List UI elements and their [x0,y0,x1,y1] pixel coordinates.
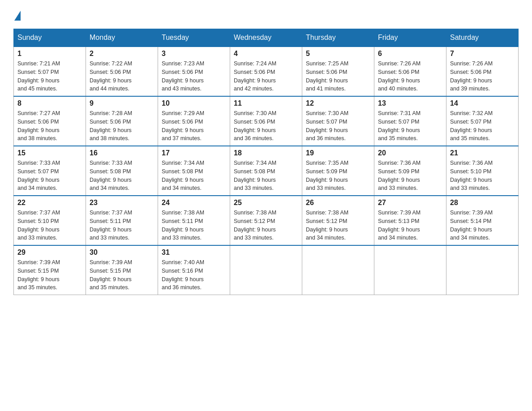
day-info: Sunrise: 7:34 AM Sunset: 5:08 PM Dayligh… [162,159,226,193]
day-number: 9 [90,99,154,107]
day-info: Sunrise: 7:26 AM Sunset: 5:06 PM Dayligh… [450,60,515,93]
calendar-cell [230,245,302,295]
calendar-cell: 28 Sunrise: 7:39 AM Sunset: 5:14 PM Dayl… [446,196,519,245]
day-number: 7 [450,50,515,58]
calendar-cell: 29 Sunrise: 7:39 AM Sunset: 5:15 PM Dayl… [14,245,86,295]
logo-triangle-icon [14,11,21,21]
day-info: Sunrise: 7:22 AM Sunset: 5:06 PM Dayligh… [90,60,154,93]
day-number: 16 [90,149,154,157]
day-info: Sunrise: 7:26 AM Sunset: 5:06 PM Dayligh… [378,60,442,93]
calendar-cell: 13 Sunrise: 7:31 AM Sunset: 5:07 PM Dayl… [374,96,446,146]
day-info: Sunrise: 7:29 AM Sunset: 5:06 PM Dayligh… [162,109,226,143]
day-number: 2 [90,50,154,58]
day-number: 8 [17,99,82,107]
calendar-cell: 30 Sunrise: 7:39 AM Sunset: 5:15 PM Dayl… [86,245,158,295]
day-info: Sunrise: 7:27 AM Sunset: 5:06 PM Dayligh… [17,109,82,143]
day-number: 1 [17,50,82,58]
day-info: Sunrise: 7:37 AM Sunset: 5:11 PM Dayligh… [90,209,154,242]
day-info: Sunrise: 7:39 AM Sunset: 5:15 PM Dayligh… [17,258,82,292]
header-row: SundayMondayTuesdayWednesdayThursdayFrid… [14,29,519,47]
day-info: Sunrise: 7:38 AM Sunset: 5:11 PM Dayligh… [162,209,226,242]
day-info: Sunrise: 7:30 AM Sunset: 5:06 PM Dayligh… [234,109,298,143]
calendar-cell: 14 Sunrise: 7:32 AM Sunset: 5:07 PM Dayl… [446,96,519,146]
week-row-5: 29 Sunrise: 7:39 AM Sunset: 5:15 PM Dayl… [14,245,519,295]
day-number: 11 [234,99,298,107]
calendar-cell: 23 Sunrise: 7:37 AM Sunset: 5:11 PM Dayl… [86,196,158,245]
calendar-cell: 24 Sunrise: 7:38 AM Sunset: 5:11 PM Dayl… [158,196,230,245]
calendar-cell: 9 Sunrise: 7:28 AM Sunset: 5:06 PM Dayli… [86,96,158,146]
calendar-cell: 18 Sunrise: 7:34 AM Sunset: 5:08 PM Dayl… [230,146,302,196]
calendar-cell: 25 Sunrise: 7:38 AM Sunset: 5:12 PM Dayl… [230,196,302,245]
calendar-cell: 4 Sunrise: 7:24 AM Sunset: 5:06 PM Dayli… [230,47,302,96]
day-info: Sunrise: 7:31 AM Sunset: 5:07 PM Dayligh… [378,109,442,143]
calendar-cell: 21 Sunrise: 7:36 AM Sunset: 5:10 PM Dayl… [446,146,519,196]
day-number: 28 [450,199,515,207]
day-number: 15 [17,149,82,157]
page-header [13,9,519,20]
day-info: Sunrise: 7:39 AM Sunset: 5:13 PM Dayligh… [378,209,442,242]
day-info: Sunrise: 7:38 AM Sunset: 5:12 PM Dayligh… [234,209,298,242]
calendar-cell: 1 Sunrise: 7:21 AM Sunset: 5:07 PM Dayli… [14,47,86,96]
calendar-cell: 5 Sunrise: 7:25 AM Sunset: 5:06 PM Dayli… [302,47,374,96]
calendar-cell: 8 Sunrise: 7:27 AM Sunset: 5:06 PM Dayli… [14,96,86,146]
day-number: 27 [378,199,442,207]
calendar-cell: 19 Sunrise: 7:35 AM Sunset: 5:09 PM Dayl… [302,146,374,196]
day-info: Sunrise: 7:35 AM Sunset: 5:09 PM Dayligh… [306,159,370,193]
day-number: 25 [234,199,298,207]
calendar-cell: 31 Sunrise: 7:40 AM Sunset: 5:16 PM Dayl… [158,245,230,295]
calendar-cell: 17 Sunrise: 7:34 AM Sunset: 5:08 PM Dayl… [158,146,230,196]
day-info: Sunrise: 7:36 AM Sunset: 5:09 PM Dayligh… [378,159,442,193]
day-number: 22 [17,199,82,207]
day-number: 12 [306,99,370,107]
day-number: 20 [378,149,442,157]
day-number: 19 [306,149,370,157]
calendar-cell [374,245,446,295]
day-number: 29 [17,248,82,257]
week-row-2: 8 Sunrise: 7:27 AM Sunset: 5:06 PM Dayli… [14,96,519,146]
header-monday: Monday [86,29,158,47]
calendar-cell: 7 Sunrise: 7:26 AM Sunset: 5:06 PM Dayli… [446,47,519,96]
day-number: 24 [162,199,226,207]
calendar-cell: 12 Sunrise: 7:30 AM Sunset: 5:07 PM Dayl… [302,96,374,146]
day-info: Sunrise: 7:33 AM Sunset: 5:08 PM Dayligh… [90,159,154,193]
day-number: 14 [450,99,515,107]
header-wednesday: Wednesday [230,29,302,47]
header-thursday: Thursday [302,29,374,47]
day-number: 17 [162,149,226,157]
day-info: Sunrise: 7:30 AM Sunset: 5:07 PM Dayligh… [306,109,370,143]
day-number: 6 [378,50,442,58]
day-info: Sunrise: 7:40 AM Sunset: 5:16 PM Dayligh… [162,258,226,292]
header-saturday: Saturday [446,29,519,47]
logo [13,9,21,20]
day-number: 23 [90,199,154,207]
day-info: Sunrise: 7:34 AM Sunset: 5:08 PM Dayligh… [234,159,298,193]
calendar-cell: 11 Sunrise: 7:30 AM Sunset: 5:06 PM Dayl… [230,96,302,146]
day-info: Sunrise: 7:24 AM Sunset: 5:06 PM Dayligh… [234,60,298,93]
calendar-cell [446,245,519,295]
day-info: Sunrise: 7:36 AM Sunset: 5:10 PM Dayligh… [450,159,515,193]
day-info: Sunrise: 7:25 AM Sunset: 5:06 PM Dayligh… [306,60,370,93]
day-info: Sunrise: 7:39 AM Sunset: 5:14 PM Dayligh… [450,209,515,242]
week-row-3: 15 Sunrise: 7:33 AM Sunset: 5:07 PM Dayl… [14,146,519,196]
header-tuesday: Tuesday [158,29,230,47]
header-sunday: Sunday [14,29,86,47]
calendar-table: SundayMondayTuesdayWednesdayThursdayFrid… [13,29,519,295]
day-number: 5 [306,50,370,58]
calendar-cell: 3 Sunrise: 7:23 AM Sunset: 5:06 PM Dayli… [158,47,230,96]
day-number: 21 [450,149,515,157]
calendar-cell: 15 Sunrise: 7:33 AM Sunset: 5:07 PM Dayl… [14,146,86,196]
day-info: Sunrise: 7:39 AM Sunset: 5:15 PM Dayligh… [90,258,154,292]
calendar-cell: 16 Sunrise: 7:33 AM Sunset: 5:08 PM Dayl… [86,146,158,196]
day-info: Sunrise: 7:28 AM Sunset: 5:06 PM Dayligh… [90,109,154,143]
day-info: Sunrise: 7:33 AM Sunset: 5:07 PM Dayligh… [17,159,82,193]
day-number: 18 [234,149,298,157]
week-row-1: 1 Sunrise: 7:21 AM Sunset: 5:07 PM Dayli… [14,47,519,96]
day-number: 30 [90,248,154,257]
calendar-cell: 27 Sunrise: 7:39 AM Sunset: 5:13 PM Dayl… [374,196,446,245]
calendar-cell [302,245,374,295]
calendar-cell: 6 Sunrise: 7:26 AM Sunset: 5:06 PM Dayli… [374,47,446,96]
calendar-cell: 2 Sunrise: 7:22 AM Sunset: 5:06 PM Dayli… [86,47,158,96]
day-number: 10 [162,99,226,107]
day-number: 4 [234,50,298,58]
day-number: 3 [162,50,226,58]
